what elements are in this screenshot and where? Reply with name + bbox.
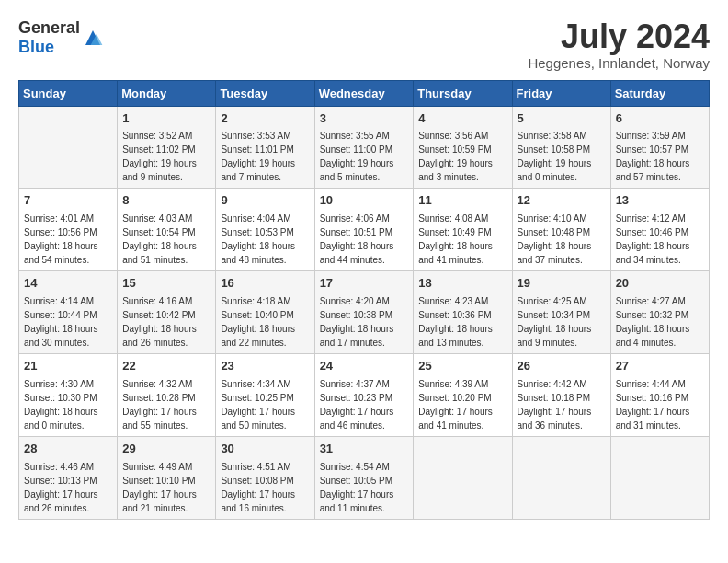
logo-icon: [82, 27, 104, 49]
day-info: Sunrise: 3:52 AMSunset: 11:02 PMDaylight…: [122, 129, 210, 184]
calendar-cell: 20Sunrise: 4:27 AMSunset: 10:32 PMDaylig…: [610, 271, 709, 354]
day-info: Sunrise: 4:10 AMSunset: 10:48 PMDaylight…: [518, 212, 606, 267]
page-header: General Blue July 2024 Heggenes, Innland…: [18, 18, 710, 71]
day-number: 7: [24, 192, 112, 210]
calendar-cell: 12Sunrise: 4:10 AMSunset: 10:48 PMDaylig…: [512, 189, 610, 271]
day-info: Sunrise: 4:20 AMSunset: 10:38 PMDaylight…: [320, 294, 409, 350]
calendar-cell: 26Sunrise: 4:42 AMSunset: 10:18 PMDaylig…: [512, 354, 610, 437]
calendar-cell: 30Sunrise: 4:51 AMSunset: 10:08 PMDaylig…: [216, 436, 314, 519]
day-info: Sunrise: 4:08 AMSunset: 10:49 PMDaylight…: [418, 212, 506, 267]
day-number: 28: [24, 441, 112, 458]
calendar-cell: 1Sunrise: 3:52 AMSunset: 11:02 PMDayligh…: [118, 106, 216, 189]
calendar-cell: 5Sunrise: 3:58 AMSunset: 10:58 PMDayligh…: [512, 106, 610, 189]
day-number: 30: [221, 441, 309, 458]
day-info: Sunrise: 3:58 AMSunset: 10:58 PMDaylight…: [518, 129, 606, 184]
day-number: 26: [518, 358, 606, 375]
day-number: 9: [221, 192, 309, 210]
calendar-cell: [610, 436, 709, 519]
day-number: 10: [320, 192, 409, 210]
calendar-cell: 18Sunrise: 4:23 AMSunset: 10:36 PMDaylig…: [414, 271, 512, 354]
header-tuesday: Tuesday: [216, 80, 314, 106]
day-number: 21: [24, 358, 112, 375]
day-info: Sunrise: 4:04 AMSunset: 10:53 PMDaylight…: [221, 212, 309, 267]
logo: General Blue: [18, 18, 104, 57]
calendar-cell: 31Sunrise: 4:54 AMSunset: 10:05 PMDaylig…: [314, 436, 414, 519]
calendar-cell: 15Sunrise: 4:16 AMSunset: 10:42 PMDaylig…: [118, 271, 216, 354]
title-block: July 2024 Heggenes, Innlandet, Norway: [528, 18, 710, 71]
calendar-cell: [512, 436, 610, 519]
day-number: 2: [221, 110, 309, 128]
day-info: Sunrise: 4:42 AMSunset: 10:18 PMDaylight…: [518, 377, 606, 432]
day-number: 16: [221, 275, 309, 293]
calendar-cell: 19Sunrise: 4:25 AMSunset: 10:34 PMDaylig…: [512, 271, 610, 354]
day-number: 13: [616, 192, 704, 210]
day-info: Sunrise: 4:03 AMSunset: 10:54 PMDaylight…: [122, 212, 210, 267]
header-friday: Friday: [512, 80, 610, 106]
day-info: Sunrise: 4:34 AMSunset: 10:25 PMDaylight…: [221, 377, 309, 432]
day-info: Sunrise: 4:25 AMSunset: 10:34 PMDaylight…: [518, 294, 606, 350]
calendar-cell: 11Sunrise: 4:08 AMSunset: 10:49 PMDaylig…: [414, 189, 512, 271]
day-info: Sunrise: 4:46 AMSunset: 10:13 PMDaylight…: [24, 460, 112, 515]
header-sunday: Sunday: [19, 80, 118, 106]
calendar-cell: [19, 106, 118, 189]
calendar-cell: 6Sunrise: 3:59 AMSunset: 10:57 PMDayligh…: [610, 106, 709, 189]
header-monday: Monday: [118, 80, 216, 106]
calendar-cell: 9Sunrise: 4:04 AMSunset: 10:53 PMDayligh…: [216, 189, 314, 271]
month-year: July 2024: [528, 18, 710, 55]
calendar-cell: 14Sunrise: 4:14 AMSunset: 10:44 PMDaylig…: [19, 271, 118, 354]
calendar-cell: 22Sunrise: 4:32 AMSunset: 10:28 PMDaylig…: [118, 354, 216, 437]
calendar-cell: 21Sunrise: 4:30 AMSunset: 10:30 PMDaylig…: [19, 354, 118, 437]
calendar-cell: 13Sunrise: 4:12 AMSunset: 10:46 PMDaylig…: [610, 189, 709, 271]
day-number: 18: [418, 275, 506, 293]
calendar-cell: 16Sunrise: 4:18 AMSunset: 10:40 PMDaylig…: [216, 271, 314, 354]
calendar-cell: 10Sunrise: 4:06 AMSunset: 10:51 PMDaylig…: [314, 189, 414, 271]
day-number: 25: [418, 358, 506, 375]
calendar-week-row: 1Sunrise: 3:52 AMSunset: 11:02 PMDayligh…: [19, 106, 710, 189]
day-info: Sunrise: 4:37 AMSunset: 10:23 PMDaylight…: [320, 377, 409, 432]
calendar-week-row: 28Sunrise: 4:46 AMSunset: 10:13 PMDaylig…: [19, 436, 710, 519]
day-info: Sunrise: 4:30 AMSunset: 10:30 PMDaylight…: [24, 377, 112, 432]
day-info: Sunrise: 3:56 AMSunset: 10:59 PMDaylight…: [418, 129, 506, 184]
day-info: Sunrise: 4:12 AMSunset: 10:46 PMDaylight…: [616, 212, 704, 267]
header-saturday: Saturday: [610, 80, 709, 106]
calendar-table: SundayMondayTuesdayWednesdayThursdayFrid…: [18, 80, 710, 520]
day-info: Sunrise: 3:53 AMSunset: 11:01 PMDaylight…: [221, 129, 309, 184]
day-number: 23: [221, 358, 309, 375]
calendar-cell: 3Sunrise: 3:55 AMSunset: 11:00 PMDayligh…: [314, 106, 414, 189]
calendar-cell: 24Sunrise: 4:37 AMSunset: 10:23 PMDaylig…: [314, 354, 414, 437]
calendar-week-row: 14Sunrise: 4:14 AMSunset: 10:44 PMDaylig…: [19, 271, 710, 354]
calendar-cell: 29Sunrise: 4:49 AMSunset: 10:10 PMDaylig…: [118, 436, 216, 519]
location: Heggenes, Innlandet, Norway: [528, 55, 710, 71]
calendar-cell: 25Sunrise: 4:39 AMSunset: 10:20 PMDaylig…: [414, 354, 512, 437]
day-info: Sunrise: 4:01 AMSunset: 10:56 PMDaylight…: [24, 212, 112, 267]
day-info: Sunrise: 4:51 AMSunset: 10:08 PMDaylight…: [221, 460, 309, 515]
day-info: Sunrise: 4:54 AMSunset: 10:05 PMDaylight…: [320, 460, 409, 515]
day-info: Sunrise: 4:23 AMSunset: 10:36 PMDaylight…: [418, 294, 506, 350]
day-number: 24: [320, 358, 409, 375]
header-wednesday: Wednesday: [314, 80, 414, 106]
logo-blue: Blue: [18, 38, 54, 56]
day-number: 29: [122, 441, 210, 458]
calendar-cell: 4Sunrise: 3:56 AMSunset: 10:59 PMDayligh…: [414, 106, 512, 189]
calendar-cell: 28Sunrise: 4:46 AMSunset: 10:13 PMDaylig…: [19, 436, 118, 519]
day-info: Sunrise: 4:27 AMSunset: 10:32 PMDaylight…: [616, 294, 704, 350]
day-info: Sunrise: 3:59 AMSunset: 10:57 PMDaylight…: [616, 129, 704, 184]
day-number: 5: [518, 110, 606, 128]
day-info: Sunrise: 4:49 AMSunset: 10:10 PMDaylight…: [122, 460, 210, 515]
day-info: Sunrise: 4:18 AMSunset: 10:40 PMDaylight…: [221, 294, 309, 350]
day-info: Sunrise: 4:39 AMSunset: 10:20 PMDaylight…: [418, 377, 506, 432]
day-number: 15: [122, 275, 210, 293]
day-info: Sunrise: 4:44 AMSunset: 10:16 PMDaylight…: [616, 377, 704, 432]
day-number: 19: [518, 275, 606, 293]
day-info: Sunrise: 4:14 AMSunset: 10:44 PMDaylight…: [24, 294, 112, 350]
day-number: 12: [518, 192, 606, 210]
calendar-cell: 17Sunrise: 4:20 AMSunset: 10:38 PMDaylig…: [314, 271, 414, 354]
day-number: 31: [320, 441, 409, 458]
calendar-cell: 7Sunrise: 4:01 AMSunset: 10:56 PMDayligh…: [19, 189, 118, 271]
day-number: 14: [24, 275, 112, 293]
day-number: 1: [122, 110, 210, 128]
day-number: 6: [616, 110, 704, 128]
day-number: 8: [122, 192, 210, 210]
day-number: 17: [320, 275, 409, 293]
calendar-cell: 27Sunrise: 4:44 AMSunset: 10:16 PMDaylig…: [610, 354, 709, 437]
